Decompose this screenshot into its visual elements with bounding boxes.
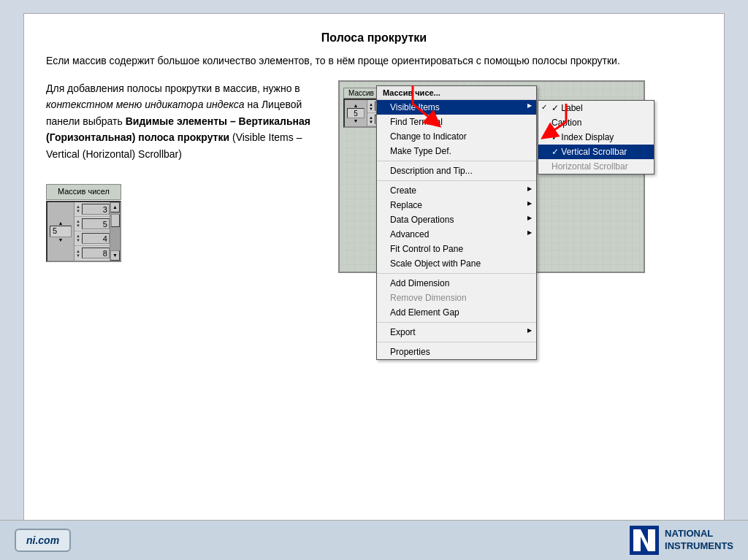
down-arrow-icon: ▼ <box>76 209 80 213</box>
panel-index-val: 5 <box>347 108 365 118</box>
ctx-item-label: Change to Indicator <box>390 131 467 142</box>
ctx-item-label: Add Dimension <box>390 278 449 288</box>
ctx-separator <box>377 161 536 161</box>
submenu-visible-items: ✓ Label Caption ✓ Index Display ✓ Vertic… <box>538 100 654 174</box>
ba-scrollbar[interactable]: ▲ ▼ <box>110 202 120 261</box>
ctx-item-label: Make Type Def. <box>390 146 451 156</box>
ba-index: ▲ 5 ▼ <box>47 202 75 261</box>
ctx-separator <box>377 322 536 323</box>
ctx-item-label: Remove Dimension <box>390 293 467 303</box>
ctx-item-advanced[interactable]: Advanced <box>377 227 536 242</box>
ctx-item-data-operations[interactable]: Data Operations <box>377 212 536 227</box>
ctx-item-label: Advanced <box>390 229 429 239</box>
ctx-item-add-dimension[interactable]: Add Dimension <box>377 276 536 291</box>
ctx-item-label: Export <box>390 327 416 337</box>
down-arrow-icon: ▼ <box>76 238 80 242</box>
ni-com-text: ni.com <box>26 534 59 546</box>
ctx-item-label: Visible Items <box>390 102 440 112</box>
ba-cell-1: 5 <box>82 218 110 229</box>
submenu-label: Caption <box>552 118 581 128</box>
submenu-item-caption[interactable]: Caption <box>538 115 654 130</box>
lv-panel-inner: Массив чисе... ▲ 5 ▼ <box>340 82 644 272</box>
company-name-line2: INSTRUMENTS <box>665 540 733 553</box>
scroll-track <box>110 212 120 250</box>
page-title: Полоса прокрутки <box>46 31 702 45</box>
footer: ni.com NATIONAL INSTRUMENTS <box>0 520 748 560</box>
submenu-label: ✓ Vertical Scrollbar <box>552 147 627 157</box>
ctx-item-add-element-gap[interactable]: Add Element Gap <box>377 305 536 320</box>
submenu-item-index-display[interactable]: ✓ Index Display <box>538 130 654 145</box>
down-arrow-icon: ▼ <box>76 253 80 258</box>
ctx-item-change-to-indicator[interactable]: Change to Indicator <box>377 129 536 144</box>
ctx-item-fit-control[interactable]: Fit Control to Pane <box>377 242 536 256</box>
right-panel-area: Массив чисе... ▲ 5 ▼ <box>338 80 702 273</box>
ni-logo-text: NATIONAL INSTRUMENTS <box>665 528 733 553</box>
ni-logo-icon <box>630 526 659 555</box>
down-arrow-icon: ▼ <box>76 223 80 228</box>
ba-row: ▲ ▼ 3 <box>75 202 110 217</box>
ba-row: ▲ ▼ 5 <box>75 217 110 231</box>
content-area: Для добавления полосы прокрутки в массив… <box>46 80 702 273</box>
ctx-menu-header: Массив чисе... <box>377 86 536 100</box>
ni-com-badge: ni.com <box>15 529 71 552</box>
ctx-item-export[interactable]: Export <box>377 325 536 340</box>
ctx-item-label: Data Operations <box>390 215 454 225</box>
ctx-separator <box>377 273 536 274</box>
submenu-label: ✓ Label <box>552 103 583 113</box>
company-name-line1: NATIONAL <box>665 528 733 540</box>
ba-cells: ▲ ▼ 3 ▲ ▼ 5 <box>75 202 110 261</box>
ctx-item-make-type-def[interactable]: Make Type Def. <box>377 144 536 158</box>
ba-cell-0: 3 <box>82 204 110 215</box>
ctx-item-label: Description and Tip... <box>390 166 473 176</box>
scroll-up-button[interactable]: ▲ <box>110 202 120 212</box>
ni-logo: NATIONAL INSTRUMENTS <box>630 526 733 555</box>
ctx-separator <box>377 342 536 342</box>
ctx-item-label: Find Terminal <box>390 117 443 127</box>
ctx-item-label: Add Element Gap <box>390 307 459 318</box>
ctx-item-visible-items[interactable]: Visible Items ✓ Label Caption ✓ <box>377 100 536 115</box>
ctx-item-label: Fit Control to Pane <box>390 244 463 254</box>
bottom-array-label: Массив чисел <box>46 184 121 200</box>
main-container: Полоса прокрутки Если массив содержит бо… <box>23 13 725 524</box>
ba-cell-3: 8 <box>82 248 110 258</box>
ctx-item-properties[interactable]: Properties <box>377 345 536 359</box>
submenu-label: ✓ Index Display <box>552 132 614 142</box>
intro-text: Если массив содержит большое количество … <box>46 53 702 69</box>
scroll-thumb[interactable] <box>111 214 120 227</box>
ctx-item-label: Replace <box>390 200 422 210</box>
ctx-separator <box>377 180 536 181</box>
ctx-item-replace[interactable]: Replace <box>377 198 536 212</box>
ba-index-value: 5 <box>50 225 57 238</box>
submenu-item-vertical-scrollbar[interactable]: ✓ Vertical Scrollbar <box>538 145 654 159</box>
ctx-item-scale-object[interactable]: Scale Object with Pane <box>377 256 536 271</box>
submenu-item-label[interactable]: ✓ Label <box>538 101 654 115</box>
ba-index-ctrl: 5 <box>50 226 72 237</box>
ba-row: ▲ ▼ 8 <box>75 246 110 261</box>
panel-index: ▲ 5 ▼ <box>345 100 367 126</box>
ba-row: ▲ ▼ 4 <box>75 231 110 246</box>
ctx-item-create[interactable]: Create <box>377 183 536 198</box>
ctx-item-remove-dimension: Remove Dimension <box>377 291 536 305</box>
submenu-label: Horizontal Scrollbar <box>552 161 628 172</box>
ba-cell-2: 4 <box>82 233 110 244</box>
ctx-item-find-terminal[interactable]: Find Terminal <box>377 115 536 129</box>
context-menu[interactable]: Массив чисе... Visible Items ✓ Label <box>376 85 537 360</box>
ctx-item-label: Create <box>390 185 416 196</box>
ctx-item-label: Properties <box>390 347 430 357</box>
bottom-array-widget: ▲ 5 ▼ ▲ ▼ <box>46 201 121 262</box>
scroll-down-button[interactable]: ▼ <box>110 250 120 261</box>
ctx-item-label: Scale Object with Pane <box>390 258 481 269</box>
ctx-item-description[interactable]: Description and Tip... <box>377 164 536 178</box>
left-description: Для добавления полосы прокрутки в массив… <box>46 80 324 262</box>
submenu-item-horizontal-scrollbar: Horizontal Scrollbar <box>538 159 654 174</box>
lv-panel: Массив чисе... ▲ 5 ▼ <box>338 80 645 273</box>
